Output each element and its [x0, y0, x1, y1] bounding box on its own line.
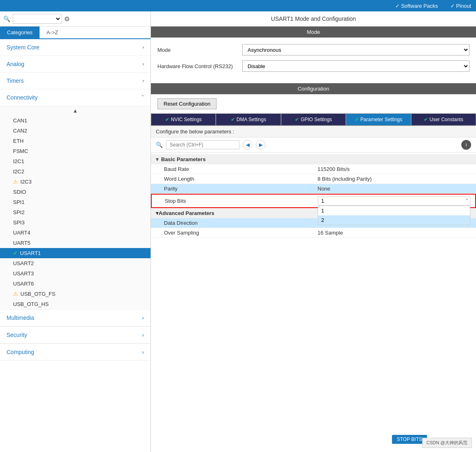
usart3-label: USART3 — [13, 270, 34, 277]
hw-flow-label: Hardware Flow Control (RS232) — [157, 63, 239, 69]
basic-params-header[interactable]: ▾ Basic Parameters — [151, 154, 476, 164]
sidebar-item-can1[interactable]: CAN1 — [0, 115, 151, 126]
stop-bits-name: Stop Bits — [165, 198, 318, 204]
word-length-name: Word Length — [164, 176, 318, 182]
search-dropdown[interactable] — [13, 14, 62, 24]
param-label: Parameter Settings — [361, 117, 403, 122]
computing-label: Computing — [7, 349, 34, 355]
software-packs-btn[interactable]: ✓ Software Packs — [395, 3, 438, 9]
param-row-parity: Parity None — [151, 184, 476, 194]
i2c1-label: I2C1 — [13, 158, 24, 164]
sidebar-item-usb-otg-hs[interactable]: USB_OTG_HS — [0, 299, 151, 309]
sidebar-item-can2[interactable]: CAN2 — [0, 126, 151, 136]
hw-flow-row: Hardware Flow Control (RS232) Disable — [157, 60, 469, 72]
sidebar-label-system-core: System Core — [7, 44, 40, 51]
tab-az[interactable]: A->Z — [40, 27, 65, 38]
sidebar-item-computing[interactable]: Computing › — [0, 343, 151, 361]
sidebar-item-usart3[interactable]: USART3 — [0, 268, 151, 279]
tab-parameter-settings[interactable]: ✔ Parameter Settings — [346, 113, 411, 126]
sidebar: 🔍 ⚙ Categories A->Z System Core › Analog — [0, 11, 151, 452]
sidebar-item-usb-otg-fs[interactable]: ⚠ USB_OTG_FS — [0, 289, 151, 299]
params-search-input[interactable] — [166, 140, 239, 149]
sidebar-item-security[interactable]: Security › — [0, 326, 151, 343]
baud-rate-name: Baud Rate — [164, 166, 318, 172]
sidebar-item-timers[interactable]: Timers › — [0, 73, 151, 89]
scroll-up-button[interactable]: ▲ — [0, 106, 151, 115]
can1-label: CAN1 — [13, 117, 27, 124]
sidebar-item-usart2[interactable]: USART2 — [0, 258, 151, 268]
over-sampling-value: 16 Sample — [318, 230, 472, 236]
tab-nvic-settings[interactable]: ✔ NVIC Settings — [151, 113, 216, 126]
sidebar-item-uart4[interactable]: UART4 — [0, 228, 151, 238]
i2c3-label: I2C3 — [20, 179, 31, 185]
sidebar-item-i2c2[interactable]: I2C2 — [0, 166, 151, 177]
stop-bits-select-area: 1 2 ˅ 1 2 — [318, 196, 471, 206]
sidebar-item-spi2[interactable]: SPI2 — [0, 207, 151, 217]
sidebar-item-usart6[interactable]: USART6 — [0, 279, 151, 289]
sidebar-item-uart5[interactable]: UART5 — [0, 238, 151, 248]
tab-dma-settings[interactable]: ✔ DMA Settings — [216, 113, 281, 126]
next-param-button[interactable]: ▶ — [256, 140, 266, 150]
right-panel: USART1 Mode and Configuration Mode Mode … — [151, 11, 476, 452]
tab-gpio-settings[interactable]: ✔ GPIO Settings — [281, 113, 346, 126]
tab-categories[interactable]: Categories — [0, 27, 40, 38]
sidebar-item-i2c1[interactable]: I2C1 — [0, 156, 151, 166]
config-tabs-row: ✔ NVIC Settings ✔ DMA Settings ✔ GPIO Se… — [151, 113, 476, 126]
sidebar-item-usart1[interactable]: ✔ USART1 — [0, 248, 151, 258]
sidebar-item-system-core[interactable]: System Core › — [0, 39, 151, 56]
search-icon: 🔍 — [3, 16, 10, 22]
config-section: Reset Configuration ✔ NVIC Settings ✔ DM… — [151, 94, 476, 452]
info-button[interactable]: i — [461, 140, 471, 150]
hw-flow-select[interactable]: Disable — [242, 60, 469, 72]
chevron-right-icon-3: › — [142, 332, 144, 338]
multimedia-label: Multimedia — [7, 315, 34, 321]
chevron-right-icon: › — [142, 61, 144, 67]
chevron-right-icon-2: › — [142, 315, 144, 321]
sidebar-item-connectivity[interactable]: Connectivity ˅ — [0, 89, 151, 106]
uart4-label: UART4 — [13, 230, 30, 236]
dropdown-option-2[interactable]: 2 — [318, 215, 470, 225]
mode-select[interactable]: Asynchronous — [242, 44, 469, 55]
stop-bits-select[interactable]: 1 2 — [318, 196, 471, 206]
baud-rate-value: 115200 Bits/s — [318, 166, 472, 172]
sidebar-item-spi1[interactable]: SPI1 — [0, 197, 151, 207]
data-direction-name: Data Direction — [164, 220, 318, 226]
warning-icon: ⚠ — [13, 179, 18, 185]
reset-configuration-button[interactable]: Reset Configuration — [157, 98, 217, 109]
usart6-label: USART6 — [13, 281, 34, 287]
settings-gear-button[interactable]: ⚙ — [64, 15, 70, 23]
i2c2-label: I2C2 — [13, 168, 24, 175]
sidebar-item-analog[interactable]: Analog › — [0, 56, 151, 73]
gpio-check-icon: ✔ — [295, 117, 299, 122]
param-row-word-length: Word Length 8 Bits (including Parity) — [151, 174, 476, 184]
param-row-stop-bits: Stop Bits 1 2 ˅ 1 2 — [151, 194, 476, 208]
user-check-icon: ✔ — [424, 117, 428, 122]
adv-params-label: Advanced Parameters — [159, 210, 215, 216]
dma-label: DMA Settings — [237, 117, 266, 122]
mode-row: Mode Asynchronous — [157, 44, 469, 55]
can2-label: CAN2 — [13, 128, 27, 134]
sidebar-label-analog: Analog — [7, 61, 24, 67]
chevron-right-icon: › — [142, 44, 144, 50]
chevron-right-icon: › — [142, 78, 144, 84]
sidebar-item-i2c3[interactable]: ⚠ I2C3 — [0, 177, 151, 187]
sidebar-content: System Core › Analog › Timers › Connecti… — [0, 39, 151, 452]
dropdown-option-1[interactable]: 1 — [318, 206, 470, 215]
check-icon: ✔ — [13, 250, 18, 256]
connectivity-items: ▲ CAN1 CAN2 ETH FSMC — [0, 106, 151, 309]
tab-user-constants[interactable]: ✔ User Constants — [411, 113, 476, 126]
top-bar: ✓ Software Packs ✓ Pinout — [0, 0, 476, 11]
csdn-watermark: CSDN @大神的风范 — [422, 438, 472, 448]
params-search-icon: 🔍 — [156, 142, 163, 148]
sidebar-item-sdio[interactable]: SDIO — [0, 187, 151, 197]
pinout-btn[interactable]: ✓ Pinout — [450, 3, 471, 9]
sidebar-tab-bar: Categories A->Z — [0, 27, 151, 39]
sidebar-item-spi3[interactable]: SPI3 — [0, 217, 151, 228]
sidebar-item-multimedia[interactable]: Multimedia › — [0, 309, 151, 326]
params-tree: ▾ Basic Parameters Baud Rate 115200 Bits… — [151, 153, 476, 452]
sidebar-item-fsmc[interactable]: FSMC — [0, 146, 151, 156]
usart1-label: USART1 — [20, 250, 41, 256]
sidebar-item-eth[interactable]: ETH — [0, 136, 151, 146]
eth-label: ETH — [13, 138, 24, 144]
prev-param-button[interactable]: ◀ — [243, 140, 252, 150]
